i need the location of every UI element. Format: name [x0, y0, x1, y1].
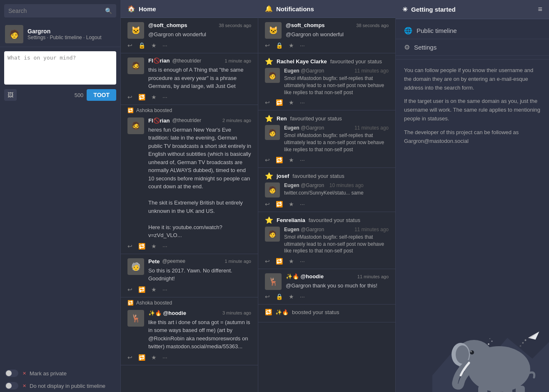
svg-point-13: [524, 339, 527, 341]
help-text-3: The developer of this project can be fol…: [404, 128, 541, 146]
globe-icon: 🌐: [404, 27, 412, 35]
reply-button[interactable]: ↩: [127, 42, 132, 49]
notif-actor: Rachel Kaye Clarke: [277, 58, 327, 65]
notif-author-line: Eugen @Gargron 10 minutes ago: [284, 182, 364, 188]
boost-button[interactable]: 🔁: [276, 99, 283, 106]
post-author-line: Fl🚫rian @theoutrider 1 minute ago: [148, 57, 251, 64]
notif-post-body: Smol #Mastodon bugfix: self-replies that…: [284, 75, 389, 96]
post-actions: ↩ 🔁 ★ ···: [127, 243, 251, 250]
favourite-button[interactable]: ★: [289, 293, 294, 300]
mark-private-row: ✕ Mark as private: [0, 367, 120, 380]
compose-textarea[interactable]: [4, 51, 116, 85]
more-button[interactable]: ···: [162, 286, 167, 293]
lock-button[interactable]: 🔒: [138, 42, 145, 49]
notif-time: 10 minutes ago: [329, 182, 364, 188]
post-actions: ↩ 🔁 ★ ···: [265, 99, 389, 106]
notif-mention: 🐱 @soft_chomps 38 seconds ago @Gargron o…: [258, 18, 395, 53]
reply-button[interactable]: ↩: [265, 157, 270, 163]
settings-nav-item[interactable]: ⚙ Settings: [396, 39, 549, 56]
more-button[interactable]: ···: [300, 157, 305, 163]
svg-point-17: [492, 341, 493, 342]
notif-post-content: Eugen @Gargron 11 minutes ago Smol #Mast…: [284, 125, 389, 153]
logout-link[interactable]: Logout: [86, 35, 102, 40]
post-time: 2 minutes ago: [222, 118, 251, 123]
settings-link[interactable]: Settings: [27, 35, 45, 40]
notif-poster: Eugen: [284, 182, 299, 188]
more-button[interactable]: ···: [300, 42, 305, 49]
post-actions: ↩ 🔁 ★ ···: [265, 201, 389, 207]
lock-button[interactable]: 🔒: [276, 293, 283, 300]
mark-private-toggle[interactable]: [5, 370, 18, 377]
boost-button[interactable]: 🔁: [138, 354, 145, 361]
reply-button[interactable]: ↩: [265, 293, 270, 300]
search-icon[interactable]: 🔍: [105, 7, 112, 14]
notif-time: 11 minutes ago: [354, 227, 389, 232]
public-timeline-nav-item[interactable]: 🌐 Public timeline: [396, 22, 549, 39]
more-button[interactable]: ···: [300, 258, 305, 265]
favourite-star-icon: ⭐: [265, 57, 273, 65]
hamburger-menu-button[interactable]: ≡: [538, 5, 542, 14]
post-header: 🐱 @soft_chomps 38 seconds ago @Gargron o…: [265, 22, 389, 39]
reply-button[interactable]: ↩: [127, 354, 132, 361]
toot-button[interactable]: TOOT: [87, 89, 116, 101]
reply-button[interactable]: ↩: [265, 99, 270, 106]
favourite-button[interactable]: ★: [289, 201, 294, 207]
compose-footer: 🖼 500 TOOT: [4, 89, 116, 101]
favourite-button[interactable]: ★: [289, 157, 294, 163]
notif-post-content: Eugen @Gargron 11 minutes ago Smol #Mast…: [284, 68, 389, 96]
public-timeline-link[interactable]: Public timeline: [50, 35, 82, 40]
boost-icon: 🔁: [127, 107, 134, 113]
more-button[interactable]: ···: [300, 201, 305, 207]
post-time: 11 minutes ago: [357, 274, 389, 279]
post-handle: @theoutrider: [172, 117, 201, 123]
notif-action-label: favourited your status: [292, 173, 344, 179]
home-feed[interactable]: 🐱 @soft_chomps 38 seconds ago @Gargron o…: [121, 18, 258, 392]
boost-button[interactable]: 🔁: [276, 157, 283, 163]
post-author-line: ✨🔥 @hoodie 11 minutes ago: [286, 273, 389, 280]
more-button[interactable]: ···: [300, 293, 305, 300]
post-avatar: 🐱: [127, 22, 144, 39]
boost-button[interactable]: 🔁: [276, 201, 283, 207]
reply-button[interactable]: ↩: [265, 258, 270, 265]
reply-button[interactable]: ↩: [127, 94, 132, 100]
notif-handle: @Gargron: [301, 68, 324, 74]
notifications-feed[interactable]: 🐱 @soft_chomps 38 seconds ago @Gargron o…: [258, 18, 395, 392]
reply-button[interactable]: ↩: [127, 286, 132, 293]
favourite-button[interactable]: ★: [289, 99, 294, 106]
favourite-button[interactable]: ★: [151, 354, 157, 361]
boost-button[interactable]: 🔁: [138, 286, 145, 293]
favourite-button[interactable]: ★: [151, 94, 157, 100]
svg-point-14: [522, 342, 524, 344]
favourite-star-icon: ⭐: [265, 216, 273, 224]
more-button[interactable]: ···: [162, 354, 167, 361]
search-bar[interactable]: 🔍: [4, 4, 116, 17]
reply-button[interactable]: ↩: [265, 42, 270, 49]
boost-button[interactable]: 🔁: [138, 243, 145, 250]
boost-button[interactable]: 🔁: [276, 258, 283, 265]
right-body: You can follow people if you know their …: [396, 60, 549, 309]
lock-button[interactable]: 🔒: [276, 42, 283, 49]
media-button[interactable]: 🖼: [4, 89, 17, 101]
settings-gear-icon: ⚙: [404, 43, 410, 51]
favourite-button[interactable]: ★: [151, 286, 157, 293]
more-button[interactable]: ···: [162, 42, 167, 49]
no-public-toggle[interactable]: [5, 382, 18, 390]
more-button[interactable]: ···: [162, 243, 167, 250]
notif-actor: Fenreliania: [277, 217, 305, 223]
more-button[interactable]: ···: [300, 99, 305, 106]
post-meta: Fl🚫rian @theoutrider 2 minutes ago heres…: [148, 117, 251, 240]
post-body: this is enough of A Thing that "the same…: [148, 66, 251, 90]
post-item: 🦌 ✨🔥 @hoodie 3 minutes ago like this art…: [121, 306, 258, 365]
favourite-button[interactable]: ★: [289, 42, 294, 49]
post-avatar: 🧓: [127, 258, 144, 275]
reply-button[interactable]: ↩: [265, 201, 270, 207]
boost-button[interactable]: 🔁: [138, 94, 145, 100]
more-button[interactable]: ···: [162, 94, 167, 100]
post-meta: ✨🔥 @hoodie 3 minutes ago like this art i…: [148, 310, 251, 351]
search-input[interactable]: [8, 7, 105, 14]
favourite-button[interactable]: ★: [151, 42, 157, 49]
favourite-button[interactable]: ★: [151, 243, 157, 250]
notif-post: 🧑 Eugen @Gargron 11 minutes ago Smol #Ma…: [265, 68, 389, 96]
reply-button[interactable]: ↩: [127, 243, 132, 250]
favourite-button[interactable]: ★: [289, 258, 294, 265]
